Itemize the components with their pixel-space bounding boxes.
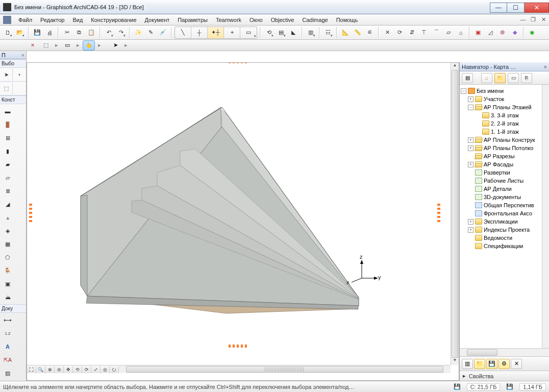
toolbox-section-construct[interactable]: Конст <box>0 95 26 104</box>
navigator-tree[interactable]: − Без имени +Участок-АР Планы Этажей3. 3… <box>460 85 549 348</box>
zoom-extents-button[interactable]: ⛶ <box>27 366 36 373</box>
tree-root[interactable]: − Без имени <box>461 87 548 95</box>
mesh-tool[interactable]: ⛰ <box>1 291 14 303</box>
beam-tool[interactable]: ▰ <box>1 158 14 170</box>
ruler-button[interactable]: 📏 <box>352 27 363 38</box>
tree-item[interactable]: +АР Планы Потолко <box>461 144 548 152</box>
save-button[interactable]: 💾 <box>32 27 43 38</box>
level-tool[interactable]: 1.2 <box>1 327 14 339</box>
tree-item[interactable]: Развертки <box>461 168 548 177</box>
column-tool[interactable]: ▮ <box>1 145 14 157</box>
cut-button[interactable]: ✂ <box>61 27 72 38</box>
arrow-tool[interactable]: ➤ <box>1 68 13 81</box>
trim-button[interactable]: ◣ <box>288 27 299 38</box>
tree-item[interactable]: Фронтальная Аксо <box>461 209 548 217</box>
tree-item[interactable]: +АР Планы Конструк <box>461 136 548 144</box>
box-button[interactable]: ▱ <box>443 27 454 38</box>
navigator-close-icon[interactable]: × <box>544 64 547 70</box>
menu-help[interactable]: Помощь <box>332 15 362 24</box>
nav-mode-project[interactable]: ▤ <box>462 73 473 83</box>
guideline-5-button[interactable]: ▭ <box>240 27 257 38</box>
nav-btn-save[interactable]: 💾 <box>486 359 497 369</box>
object-tool[interactable]: 🪑 <box>1 264 14 277</box>
tree-item[interactable]: +Участок <box>461 95 548 103</box>
3d-viewport[interactable]: z y x ▲ ▼ ⛶ 🔍 ⊕ ⊖ ✥ ⟲ ⟳ ⤢ ◎ ⭮ <box>27 62 459 381</box>
pointer-tool[interactable]: ➤ <box>109 40 121 51</box>
nav-btn-1[interactable]: ▥ <box>462 359 473 369</box>
storey-button[interactable]: ☷ <box>322 27 334 38</box>
select-mode-2[interactable]: ▭ <box>61 40 73 51</box>
menu-cadimage[interactable]: Cadimage <box>298 15 332 24</box>
text-tool[interactable]: A <box>1 340 14 353</box>
viewport-hscroll[interactable] <box>119 365 451 373</box>
tree-item[interactable]: Ведомости <box>461 234 548 242</box>
eyedropper-button[interactable]: ✎ <box>145 27 156 38</box>
tree-item[interactable]: Спецификации <box>461 242 548 250</box>
window-minimize-button[interactable]: ― <box>490 3 507 13</box>
3d-window-button[interactable]: ▣ <box>472 27 484 38</box>
paste-button[interactable]: 📋 <box>86 27 97 38</box>
coord-button[interactable]: ⚟ <box>364 27 376 38</box>
menu-construction[interactable]: Конструирование <box>87 15 140 24</box>
print-button[interactable]: 🖨 <box>44 27 55 38</box>
display-button[interactable]: ▥ <box>305 27 316 38</box>
nav-mode-layout[interactable]: ▭ <box>508 73 519 83</box>
menu-objective[interactable]: Objective <box>267 15 298 24</box>
slab-tool[interactable]: ▱ <box>1 172 14 184</box>
menu-teamwork[interactable]: Teamwork <box>212 15 245 24</box>
toolbox-section-document[interactable]: Доку <box>0 304 26 313</box>
suspend-button[interactable]: ⟲ <box>263 27 274 38</box>
tree-item[interactable]: АР Детали <box>461 185 548 193</box>
zoom-prev-button[interactable]: ⟲ <box>73 366 82 373</box>
nav-mode-viewmap[interactable]: 📁 <box>494 73 506 83</box>
toolbox-close-icon[interactable]: × <box>21 52 24 58</box>
fav-button[interactable]: ⬟ <box>497 27 508 38</box>
shell-tool[interactable]: ⟁ <box>1 211 14 224</box>
zoom-window-button[interactable]: 🔍 <box>36 366 45 373</box>
nav-btn-delete[interactable]: ✕ <box>511 359 522 369</box>
roof-tool[interactable]: ◢ <box>1 198 14 210</box>
select-mode-1[interactable]: ⬚ <box>40 40 52 51</box>
nav-btn-newfolder[interactable]: 📁 <box>474 359 485 369</box>
menu-editor[interactable]: Редактор <box>36 15 68 24</box>
guideline-1-button[interactable]: ╲ <box>175 27 191 38</box>
vscroll-thumb[interactable] <box>452 70 458 358</box>
stair-tool[interactable]: ≣ <box>1 185 14 197</box>
morph-tool[interactable]: ⬠ <box>1 251 14 263</box>
zoom-100-button[interactable]: ◎ <box>101 366 110 373</box>
menu-window[interactable]: Окно <box>245 15 267 24</box>
open-file-button[interactable]: 📂 <box>14 27 26 38</box>
navigator-title[interactable]: Навигатор - Карта … × <box>460 62 549 71</box>
navigator-properties-bar[interactable]: ▸ Свойства <box>460 371 549 381</box>
zoom-next-button[interactable]: ⟳ <box>82 366 91 373</box>
marquee-button[interactable]: ◿ <box>485 27 496 38</box>
menu-view[interactable]: Вид <box>68 15 87 24</box>
fill-tool[interactable]: ▨ <box>1 367 14 379</box>
view-close-icon[interactable]: × <box>29 41 37 50</box>
guideline-4-button[interactable]: ⌖ <box>224 27 240 38</box>
tree-item[interactable]: +Индексы Проекта <box>461 226 548 234</box>
nav-mode-publisher[interactable]: ⎘ <box>521 73 532 83</box>
pan-button[interactable]: ✥ <box>64 366 73 373</box>
mdi-minimize-icon[interactable]: ― <box>519 16 527 23</box>
wall-tool[interactable]: ▬ <box>1 105 14 117</box>
arc-button[interactable]: ⌒ <box>431 27 442 38</box>
select-mode-3[interactable]: 👆 <box>83 40 95 51</box>
tree-item[interactable]: -АР Планы Этажей <box>461 103 548 111</box>
new-file-button[interactable]: 🗋 <box>2 27 13 38</box>
marquee-tool[interactable]: ⬚ <box>1 82 13 94</box>
zone-tool[interactable]: ▣ <box>1 278 14 290</box>
render-button[interactable]: ◆ <box>509 27 520 38</box>
tree-item[interactable]: +Экспликации <box>461 217 548 226</box>
menu-params[interactable]: Параметры <box>173 15 212 24</box>
dimension-tool[interactable]: ⟷ <box>1 314 14 326</box>
door-tool[interactable]: 🚪 <box>1 118 14 131</box>
tree-item[interactable]: Рабочие Листы <box>461 177 548 185</box>
arrow-tool-drop[interactable]: ▾ <box>14 68 26 81</box>
curtain-tool[interactable]: ▦ <box>1 238 14 250</box>
window-close-button[interactable]: ✕ <box>525 3 549 13</box>
tree-item[interactable]: 3. 3-й этаж <box>461 111 548 119</box>
vscroll-down-icon[interactable]: ▼ <box>451 358 459 365</box>
3d-canvas[interactable]: z y x <box>27 63 451 365</box>
rotate-button[interactable]: ⟳ <box>394 27 405 38</box>
